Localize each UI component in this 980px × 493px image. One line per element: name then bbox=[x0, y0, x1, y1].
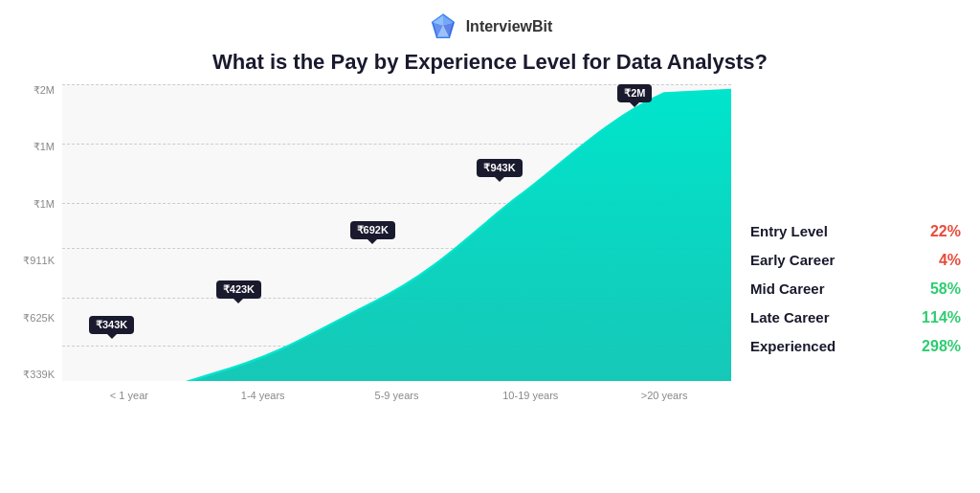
legend-value-entry: 22% bbox=[930, 223, 961, 240]
y-label-6: ₹339K bbox=[23, 369, 55, 381]
chart-container: ₹2M ₹1M ₹1M ₹911K ₹625K ₹339K bbox=[10, 84, 731, 410]
tooltip-1: ₹343K bbox=[89, 316, 134, 334]
legend-label-exp: Experienced bbox=[750, 338, 835, 354]
legend-label-late: Late Career bbox=[750, 309, 830, 325]
y-axis: ₹2M ₹1M ₹1M ₹911K ₹625K ₹339K bbox=[10, 84, 62, 381]
chart-area: ₹2M ₹1M ₹1M ₹911K ₹625K ₹339K bbox=[0, 84, 980, 493]
interviewbit-logo-icon bbox=[428, 11, 458, 42]
tooltip-4: ₹943K bbox=[477, 159, 522, 177]
legend-item-early: Early Career 4% bbox=[750, 252, 961, 269]
chart-plot: ₹343K ₹423K ₹692K ₹943K ₹2M bbox=[62, 84, 731, 381]
legend-item-late: Late Career 114% bbox=[750, 309, 961, 326]
y-label-3: ₹1M bbox=[33, 198, 55, 211]
legend-label-mid: Mid Career bbox=[750, 280, 825, 297]
y-label-2: ₹1M bbox=[33, 141, 55, 153]
legend-label-early: Early Career bbox=[750, 252, 835, 268]
x-label-2: 1-4 years bbox=[196, 390, 330, 401]
legend-value-late: 114% bbox=[922, 309, 961, 326]
x-label-1: < 1 year bbox=[62, 390, 196, 401]
y-label-5: ₹625K bbox=[23, 312, 55, 325]
main-container: InterviewBit What is the Pay by Experien… bbox=[0, 0, 980, 493]
tooltip-2: ₹423K bbox=[216, 280, 261, 299]
x-label-5: >20 years bbox=[597, 390, 731, 401]
legend-value-exp: 298% bbox=[922, 338, 961, 355]
legend-label-entry: Entry Level bbox=[750, 223, 828, 239]
page-title: What is the Pay by Experience Level for … bbox=[212, 50, 768, 75]
legend-value-early: 4% bbox=[939, 252, 961, 269]
x-label-4: 10-19 years bbox=[463, 390, 597, 401]
y-label-4: ₹911K bbox=[23, 255, 55, 267]
x-axis: < 1 year 1-4 years 5-9 years 10-19 years… bbox=[62, 381, 731, 410]
legend: Entry Level 22% Early Career 4% Mid Care… bbox=[750, 84, 961, 493]
legend-item-mid: Mid Career 58% bbox=[750, 280, 961, 298]
area-chart-svg bbox=[62, 84, 731, 381]
tooltip-5: ₹2M bbox=[617, 84, 652, 102]
y-label-1: ₹2M bbox=[33, 84, 55, 97]
tooltip-3: ₹692K bbox=[350, 221, 395, 239]
legend-value-mid: 58% bbox=[930, 280, 961, 298]
x-label-3: 5-9 years bbox=[330, 390, 464, 401]
legend-item-exp: Experienced 298% bbox=[750, 338, 961, 355]
legend-item-entry: Entry Level 22% bbox=[750, 223, 961, 240]
header: InterviewBit bbox=[428, 0, 553, 46]
logo-text: InterviewBit bbox=[466, 18, 553, 35]
